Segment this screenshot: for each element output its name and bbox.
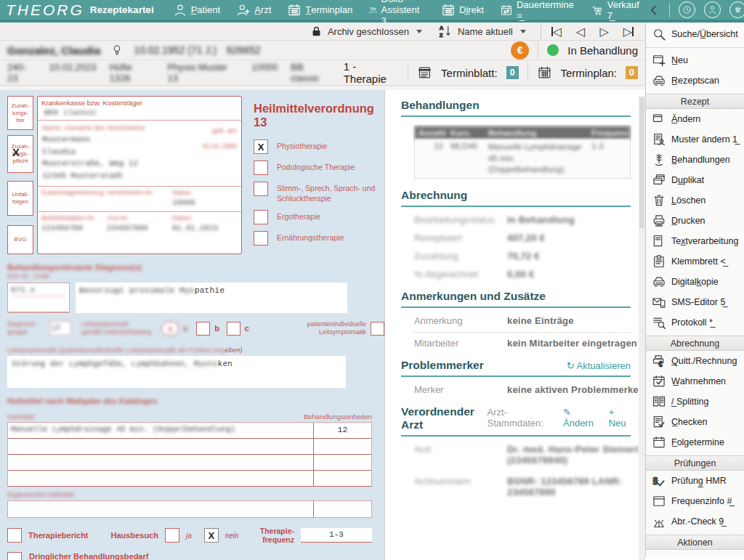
calendar-icon — [287, 3, 302, 17]
heilmittel-table: Manuelle Lymphdrainage 45 min. (Doppelbe… — [7, 422, 372, 487]
arzt-neu-link[interactable]: + Neu — [609, 407, 631, 429]
stimm-sprech-checkbox[interactable] — [254, 182, 268, 196]
zuzahlungspflicht-box[interactable]: Zuzah- lungs- pflichtX — [7, 135, 33, 173]
separator — [541, 23, 541, 40]
menu-terminplan[interactable]: T̲erminplan — [287, 3, 352, 17]
menu-patient[interactable]: P̲atient — [173, 3, 220, 17]
bvg-box[interactable]: BVG — [7, 225, 33, 254]
sidebar-item-drucken[interactable]: D̲rucken — [646, 211, 744, 231]
heilmittel-row[interactable] — [8, 471, 371, 487]
zuzahlungsfrei-box[interactable]: Zuzah- lungs- frei — [7, 96, 33, 130]
sidebar-item-loeschen[interactable]: L̲öschen — [646, 190, 744, 211]
heilmittel-row[interactable] — [8, 439, 371, 455]
hausbesuch-label: Hausbesuch — [111, 531, 158, 540]
hausbesuch-ja-checkbox[interactable] — [165, 528, 179, 543]
settings-button[interactable] — [729, 1, 744, 18]
sidebar-item-duplikat[interactable]: Du̲plikat — [646, 170, 744, 190]
calendar-next-icon — [652, 435, 666, 450]
user-button[interactable] — [704, 1, 721, 18]
menu-arzt[interactable]: A̲rzt — [236, 3, 271, 17]
sidebar-item-label: R̲ezeptscan — [671, 76, 719, 86]
sidebar-item-textverarbeitung[interactable]: Tex̲tverarbeitung — [646, 231, 744, 251]
sidebar-item-digitalkopie[interactable]: Digitalk̲opie — [646, 272, 744, 292]
unfallfolgen-box[interactable]: Unfall- folgen — [7, 181, 33, 216]
sidebar-item-checken[interactable]: C̲hecken — [646, 412, 744, 432]
behandlungen-table-row[interactable]: 12 MLD45 Manuelle Lymphdrainage 45 min. … — [415, 139, 630, 178]
arzt-aendern-label: Ändern — [563, 418, 594, 429]
patientenindividuell-checkbox[interactable] — [371, 322, 384, 336]
sidebar-section-pruefungen: Prüfungen — [646, 455, 744, 471]
terminblatt-count[interactable]: 0 — [506, 66, 519, 79]
road-icon — [652, 514, 666, 529]
heilmittel-row[interactable] — [8, 455, 371, 471]
sidebar-item-frequenzinfo[interactable]: Frequenzinfo #̲ — [646, 491, 744, 511]
abrechnung-row: BearbeitungsstatusIn Behandlung — [414, 214, 644, 225]
aktualisieren-link[interactable]: ↻ Aktualisieren — [567, 360, 631, 371]
ernaehrung-checkbox[interactable] — [254, 231, 268, 245]
leitsymptomatik-b-checkbox[interactable] — [196, 322, 210, 336]
terminplan-count[interactable]: 0 — [626, 66, 638, 79]
euro-badge[interactable]: € — [511, 41, 529, 60]
sidebar-item-label: Digitalk̲opie — [671, 277, 719, 287]
sidebar-item-suche[interactable]: Suche/Ü̲bersicht — [646, 23, 744, 46]
first-record-button[interactable]: ◁ — [551, 25, 562, 38]
next-record-button[interactable]: ▷ — [599, 25, 608, 38]
previous-record-button[interactable]: ◁ — [576, 25, 585, 38]
heilmittel-row[interactable]: Manuelle Lymphdrainage 45 min. (Doppelbe… — [8, 423, 371, 439]
bvg-label: BVG — [15, 236, 27, 243]
menu-verkauf[interactable]: Verkauf 7̲ — [591, 0, 642, 21]
sidebar-item-klemmbrett[interactable]: Klemmbrett <̲ — [646, 251, 744, 272]
sidebar-item-behandlungen[interactable]: B̲ehandlungen — [646, 150, 744, 170]
behandlungen-table[interactable]: Anzahl Kurz. Behandlung Frequenz 12 MLD4… — [414, 126, 631, 179]
leitsymptomatik-a-chip[interactable]: a — [161, 322, 179, 336]
menu-direkt[interactable]: Di̲rekt — [441, 3, 484, 17]
chevron-left-icon[interactable] — [647, 4, 660, 17]
sidebar-item-quitt-rechnung[interactable]: Q̲uitt./Rechnung — [646, 351, 744, 371]
sidebar-item-aendern[interactable]: Ä̲ndern — [646, 109, 744, 129]
last-record-button[interactable]: ▷ — [623, 25, 634, 38]
panel-scrollbar[interactable] — [639, 96, 645, 560]
ergaenzendes-row[interactable] — [8, 501, 371, 517]
podologische-checkbox[interactable] — [254, 161, 268, 175]
freitext-input[interactable]: Störung der Lymphgefäße, Lymphbahnen, My… — [7, 356, 346, 388]
physiotherapie-checkbox[interactable]: X — [254, 139, 268, 154]
window-pen-icon — [652, 112, 666, 126]
separator — [408, 63, 408, 82]
abrechnung-row: Rezeptwert407,20 € — [414, 232, 644, 243]
sidebar-item-folgetermine[interactable]: F̲olgetermine — [646, 432, 744, 453]
sidebar-item-wahrnehmen[interactable]: W̲ahrnehmen — [646, 371, 744, 391]
therapiefrequenz-input[interactable]: 1-3 — [301, 528, 372, 543]
icd-code-input[interactable]: G71.x — [7, 283, 70, 313]
sidebar-item-protokoll[interactable]: Protokoll *̲ — [646, 312, 744, 333]
diagnose-input[interactable]: Bevorzugt proximale Myopathie — [76, 283, 347, 313]
sort-dropdown[interactable]: Name aktuell — [438, 24, 526, 38]
diagnosegruppe-input[interactable]: LY — [49, 321, 71, 336]
sidebar-item-rezeptscan[interactable]: R̲ezeptscan — [646, 70, 744, 91]
sidebar-item-pruefung-hmr[interactable]: Prüfung̲ HMR — [646, 471, 744, 491]
sidebar-item-label: B̲ehandlungen — [671, 155, 730, 165]
bulb-icon[interactable] — [110, 44, 124, 57]
sidebar-item-label: Abr.-Check 9̲ — [671, 516, 724, 527]
dringlich-checkbox[interactable] — [7, 552, 22, 560]
arzt-aendern-link[interactable]: ✎ Ändern — [563, 407, 599, 429]
terminplan-icon — [537, 65, 552, 81]
therapy-label: 1 - Therapie — [344, 60, 400, 85]
leitsymptomatik-c-checkbox[interactable] — [227, 322, 240, 336]
sidebar-item-splitting[interactable]: /̲ Splitting — [646, 391, 744, 412]
arzt-header: Verordnender Arzt Arzt-Stammdaten: ✎ Änd… — [401, 405, 631, 437]
sidebar-item-muster-aendern[interactable]: Muster ändern 1̲ — [646, 129, 744, 150]
form-title: Heilmittelverordnung 13 — [254, 102, 384, 129]
therapiebericht-checkbox[interactable] — [7, 528, 22, 543]
ergotherapie-checkbox[interactable] — [254, 210, 268, 224]
sidebar-item-abr-check[interactable]: Abr.-Check 9̲ — [646, 511, 744, 532]
sidebar-item-neu[interactable]: N̲eu — [646, 50, 744, 70]
menu-dauertermine[interactable]: Dauertermine =̲ — [500, 0, 575, 21]
sidebar-item-sms-editor[interactable]: SMS-Editor 5̲ — [646, 292, 744, 312]
diagnose-header: Behandlungsrelevante Diagnose(n) — [7, 263, 384, 272]
clock-button[interactable] — [679, 1, 695, 18]
scrollbar-thumb[interactable] — [639, 97, 644, 228]
behandlungen-header: Behandlungen — [401, 99, 631, 117]
menu-label: Dauertermine =̲ — [517, 0, 575, 21]
hausbesuch-nein-checkbox[interactable]: X — [204, 528, 219, 543]
archiv-dropdown[interactable]: Archiv geschlossen — [310, 25, 422, 38]
